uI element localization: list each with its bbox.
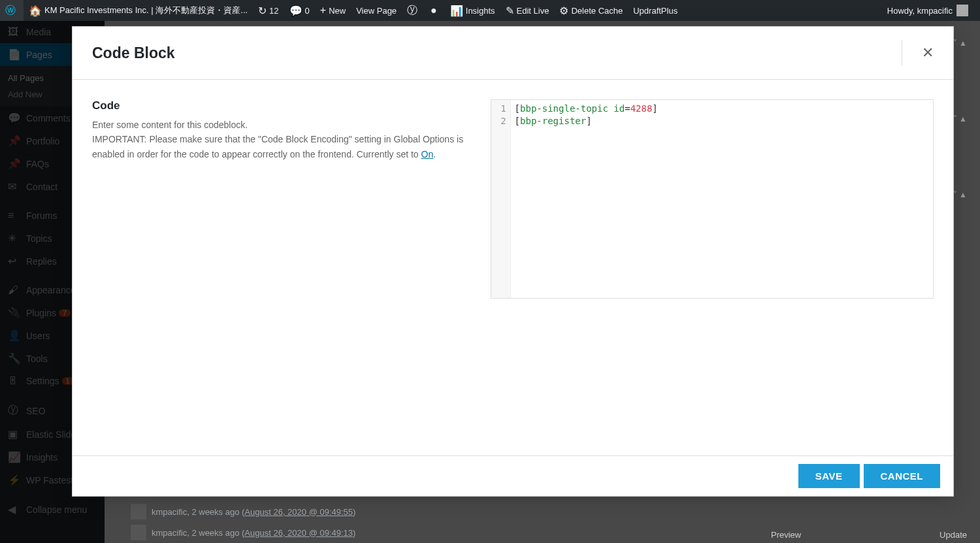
code-block-modal: Code Block ✕ Code Enter some content for…: [72, 26, 954, 497]
bg-author-1: kmpacific, 2 weeks ago (: [152, 507, 244, 517]
insights-label: Insights: [466, 6, 495, 16]
code-l1-open: [: [515, 103, 520, 114]
code-gutter: 1 2: [491, 100, 511, 298]
bg-revision-row-1: kmpacific, 2 weeks ago ( August 26, 2020…: [131, 501, 355, 522]
comment-icon: 💬: [289, 5, 302, 17]
home-icon: 🏠: [29, 5, 42, 17]
cancel-button[interactable]: CANCEL: [864, 464, 941, 488]
modal-left-panel: Code Enter some content for this codeblo…: [92, 99, 471, 436]
code-l2-open: [: [515, 116, 520, 126]
code-l1-attr: id: [613, 103, 625, 114]
yoast-icon-item[interactable]: ⓨ: [402, 0, 425, 21]
avatar: [956, 5, 968, 16]
site-name[interactable]: 🏠KM Pacific Investments Inc. | 海外不動産投資・資…: [24, 0, 253, 21]
insights-toolbar[interactable]: 📊Insights: [445, 0, 500, 21]
bg-avatar-2: [131, 525, 146, 540]
view-page[interactable]: View Page: [351, 0, 402, 21]
save-button[interactable]: SAVE: [798, 464, 860, 488]
code-l1-tag: bbp-single-topic: [520, 103, 608, 114]
edit-live-label: Edit Live: [517, 6, 549, 16]
revisions[interactable]: ↻12: [253, 0, 284, 21]
code-l2-close: ]: [586, 116, 591, 126]
bg-close-1: ): [353, 507, 355, 517]
updraft-label: UpdraftPlus: [633, 6, 678, 16]
wordpress-icon: ⓦ: [5, 4, 16, 18]
bg-avatar-1: [131, 504, 146, 519]
code-line-1: [bbp-single-topic id=4288]: [515, 103, 929, 115]
dot-status[interactable]: ●: [425, 0, 445, 21]
bg-date-1: August 26, 2020 @ 09:49:55: [244, 507, 353, 517]
new-content[interactable]: +New: [315, 0, 351, 21]
code-desc-2: IMPORTANT: Please make sure that the "Co…: [92, 132, 471, 161]
admin-toolbar-left: ⓦ 🏠KM Pacific Investments Inc. | 海外不動産投資…: [0, 0, 882, 21]
dot-icon: ●: [431, 5, 437, 16]
updraftplus[interactable]: UpdraftPlus: [628, 0, 683, 21]
modal-right-panel: 1 2 [bbp-single-topic id=4288][bbp-regis…: [491, 99, 934, 436]
pencil-icon: ✎: [506, 5, 514, 17]
gear-icon: ⚙: [559, 5, 568, 17]
view-page-label: View Page: [356, 6, 397, 16]
modal-close-button[interactable]: ✕: [902, 40, 934, 66]
chart-icon: 📊: [450, 5, 463, 17]
admin-toolbar-right: Howdy, kmpacific: [882, 0, 980, 21]
code-line-2: [bbp-register]: [515, 115, 929, 127]
comments-toolbar[interactable]: 💬0: [284, 0, 315, 21]
gutter-line-2: 2: [495, 115, 506, 127]
admin-toolbar: ⓦ 🏠KM Pacific Investments Inc. | 海外不動産投資…: [0, 0, 980, 21]
gutter-line-1: 1: [495, 103, 506, 115]
code-l1-close: ]: [652, 103, 657, 114]
code-l2-tag: bbp-register: [520, 116, 586, 126]
code-l1-eq: =: [625, 103, 630, 114]
modal-body: Code Enter some content for this codeblo…: [73, 80, 953, 455]
code-desc-1: Enter some content for this codeblock.: [92, 118, 471, 132]
bg-author-2: kmpacific, 2 weeks ago (: [152, 528, 244, 538]
modal-header: Code Block ✕: [73, 27, 953, 80]
code-content[interactable]: [bbp-single-topic id=4288][bbp-register]: [511, 100, 933, 298]
modal-footer: SAVE CANCEL: [73, 455, 953, 496]
edit-live[interactable]: ✎Edit Live: [500, 0, 555, 21]
bg-preview: Preview: [771, 530, 801, 540]
modal-title: Code Block: [92, 44, 175, 62]
user-greeting[interactable]: Howdy, kmpacific: [882, 0, 973, 21]
bg-revision-row-2: kmpacific, 2 weeks ago ( August 26, 2020…: [131, 522, 355, 543]
global-options-on-link[interactable]: On: [421, 149, 434, 159]
delete-cache-label: Delete Cache: [571, 6, 623, 16]
code-l1-num: 4288: [630, 103, 653, 114]
code-desc-2a: IMPORTANT: Please make sure that the "Co…: [92, 134, 463, 159]
comments-count: 0: [305, 6, 310, 16]
yoast-icon: ⓨ: [407, 4, 417, 18]
refresh-icon: ↻: [258, 5, 267, 17]
code-desc-2b: .: [433, 149, 436, 159]
bg-date-2: August 26, 2020 @ 09:49:13: [244, 528, 353, 538]
bg-revisions-list: kmpacific, 2 weeks ago ( August 26, 2020…: [131, 501, 355, 543]
delete-cache[interactable]: ⚙Delete Cache: [554, 0, 628, 21]
bg-close-2: ): [353, 528, 355, 538]
code-editor[interactable]: 1 2 [bbp-single-topic id=4288][bbp-regis…: [491, 99, 934, 299]
bg-bottom-actions: Preview Update: [771, 530, 967, 540]
revisions-count: 12: [269, 6, 278, 16]
howdy-text: Howdy, kmpacific: [887, 6, 953, 16]
code-heading: Code: [92, 99, 471, 112]
close-icon: ✕: [922, 44, 934, 61]
site-title-label: KM Pacific Investments Inc. | 海外不動産投資・資産…: [44, 5, 248, 16]
wp-logo[interactable]: ⓦ: [0, 0, 24, 21]
bg-update: Update: [939, 530, 967, 540]
plus-icon: +: [320, 5, 326, 16]
new-label: New: [329, 6, 346, 16]
